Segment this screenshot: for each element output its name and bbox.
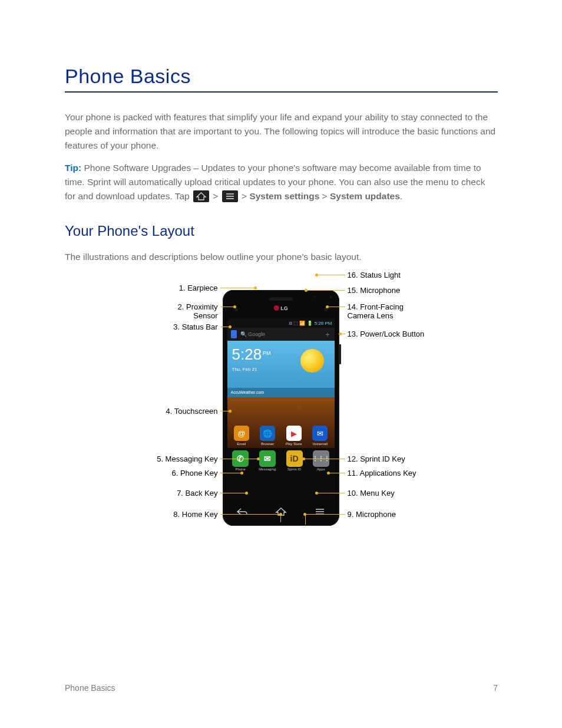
app-email: @Email <box>232 426 252 446</box>
dock-messaging: ✉Messaging <box>259 450 276 471</box>
app-label: Browser <box>257 442 277 446</box>
callout-7: 7. Back Key <box>177 489 217 498</box>
sep-b: > <box>239 191 250 201</box>
widget-date: Thu, Feb 21 <box>232 367 257 372</box>
status-light-dot <box>330 296 332 298</box>
app-label: Play Store <box>284 442 304 446</box>
phone-body: LG B ⬚ 📶 🔋 5:28 PM 🔍 Google ＋ <box>223 290 339 526</box>
menu-icon <box>222 190 238 202</box>
search-placeholder: 🔍 Google <box>240 331 320 337</box>
dock-apps: ⋮⋮⋮Apps <box>313 450 329 471</box>
top-mic-dot <box>314 296 316 298</box>
section-heading: Your Phone's Layout <box>65 220 498 242</box>
dock-label: Phone <box>235 467 245 471</box>
callout-8: 8. Home Key <box>173 510 217 519</box>
status-time: 5:28 PM <box>315 321 332 326</box>
callout-13: 13. Power/Lock Button <box>348 330 425 339</box>
callout-2: 2. ProximitySensor <box>178 303 218 321</box>
sep-c: > <box>319 191 330 201</box>
callout-leader <box>220 493 246 493</box>
title-rule <box>65 91 498 93</box>
wallpaper-area: @Email🌐Browser▶Play Store✉Voicemail <box>227 397 335 448</box>
callout-leader <box>329 473 345 473</box>
weather-clock-widget: 5:28PM Thu, Feb 21 AccuWeather.com <box>227 341 335 397</box>
callout-6: 6. Phone Key <box>171 469 217 478</box>
front-camera-dot <box>324 308 328 311</box>
page-title: Phone Basics <box>65 65 498 88</box>
callout-1: 1. Earpiece <box>179 284 218 293</box>
widget-provider: AccuWeather.com <box>227 388 335 397</box>
callout-leader <box>304 459 345 459</box>
callout-5: 5. Messaging Key <box>157 455 217 464</box>
tip-paragraph: Tip: Phone Software Upgrades – Updates t… <box>65 161 498 203</box>
status-icons: B ⬚ 📶 🔋 <box>289 321 313 326</box>
callout-leader <box>220 327 230 327</box>
callout-leader <box>220 411 230 411</box>
callout-leader <box>280 514 281 522</box>
bezel-top: LG <box>223 290 339 318</box>
tip-sys-settings: System settings <box>249 191 319 201</box>
tip-sys-updates: System updates <box>330 191 400 201</box>
dock-phone: ✆Phone <box>232 450 249 471</box>
app-icon: ✉ <box>312 426 328 441</box>
footer-page-number: 7 <box>493 683 498 693</box>
app-label: Voicemail <box>310 442 330 446</box>
page-footer: Phone Basics 7 <box>65 683 498 693</box>
dock-icon: iD <box>286 450 303 467</box>
dock-sprint-id: iDSprint ID <box>286 450 303 471</box>
app-play-store: ▶Play Store <box>284 426 304 446</box>
intro-paragraph: Your phone is packed with features that … <box>65 110 498 153</box>
earpiece-slot <box>269 297 293 301</box>
callout-leader <box>328 307 345 307</box>
callout-leader <box>220 514 280 515</box>
dock-icon: ✉ <box>259 450 276 467</box>
callout-14: 14. Front-FacingCamera Lens <box>348 303 404 321</box>
callout-16: 16. Status Light <box>348 271 401 280</box>
phone-screen: B ⬚ 📶 🔋 5:28 PM 🔍 Google ＋ 5:28PM Thu, F… <box>227 318 335 498</box>
page: Phone Basics Your phone is packed with f… <box>0 0 562 728</box>
dock-label: Sprint ID <box>287 467 301 471</box>
dock: ✆Phone✉MessagingiDSprint ID⋮⋮⋮Apps <box>227 448 335 473</box>
section-lead: The illustrations and descriptions below… <box>65 250 498 264</box>
menu-key-icon <box>313 507 326 516</box>
proximity-sensor-dot <box>234 308 238 311</box>
callout-leader <box>220 288 255 288</box>
callout-leader <box>220 307 234 307</box>
widget-time: 5:28PM <box>232 345 271 364</box>
callout-leader <box>306 290 345 291</box>
app-label: Email <box>232 442 252 446</box>
app-icon: 🌐 <box>260 426 275 441</box>
callout-leader <box>317 275 345 275</box>
callout-15: 15. Microphone <box>348 286 401 295</box>
callout-leader <box>220 459 258 459</box>
app-browser: 🌐Browser <box>257 426 277 446</box>
search-bar: 🔍 Google ＋ <box>227 328 335 341</box>
dock-label: Apps <box>317 467 325 471</box>
callout-11: 11. Applications Key <box>348 469 416 478</box>
app-row: @Email🌐Browser▶Play Store✉Voicemail <box>227 423 335 448</box>
back-key-icon <box>236 507 249 516</box>
status-bar: B ⬚ 📶 🔋 5:28 PM <box>227 318 335 328</box>
sep-a: > <box>210 191 221 201</box>
tip-label: Tip: <box>65 163 81 173</box>
voice-search-icon <box>231 330 237 338</box>
sun-icon <box>300 349 324 373</box>
callout-9: 9. Microphone <box>348 510 396 519</box>
nav-keys <box>223 498 339 526</box>
app-icon: @ <box>234 426 249 441</box>
callout-12: 12. Sprint ID Key <box>348 455 405 464</box>
callout-10: 10. Menu Key <box>348 489 395 498</box>
footer-section: Phone Basics <box>65 683 115 693</box>
body-text: Your phone is packed with features that … <box>65 110 498 264</box>
callout-leader <box>220 473 242 473</box>
callout-leader <box>340 334 345 334</box>
callout-leader <box>317 493 345 493</box>
home-icon <box>193 190 209 202</box>
dock-label: Messaging <box>259 467 276 471</box>
power-button-shape <box>339 344 341 364</box>
callout-leader <box>305 514 306 525</box>
callout-leader <box>305 514 345 515</box>
brand-logo: LG <box>273 305 288 311</box>
phone-layout-figure: LG B ⬚ 📶 🔋 5:28 PM 🔍 Google ＋ <box>128 272 435 543</box>
add-widget-icon: ＋ <box>324 330 331 340</box>
